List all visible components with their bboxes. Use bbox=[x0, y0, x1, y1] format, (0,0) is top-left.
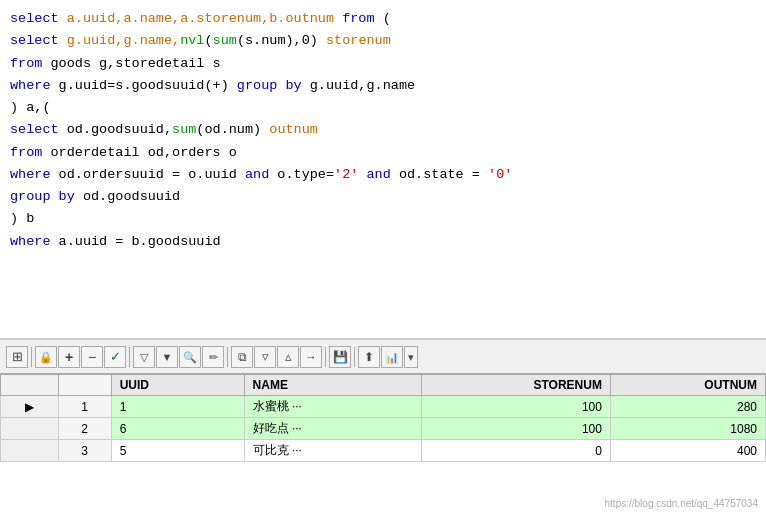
col-outnum-header: OUTNUM bbox=[610, 375, 765, 396]
cell-name: 好吃点 ··· bbox=[244, 418, 421, 440]
row-indicator bbox=[1, 440, 59, 462]
sep-1 bbox=[31, 347, 32, 367]
save-icon bbox=[333, 350, 348, 364]
code-line: from goods g,storedetail s bbox=[10, 53, 756, 75]
cell-storenum: 100 bbox=[421, 396, 610, 418]
arrow-right-icon bbox=[305, 350, 317, 364]
chart-more-button[interactable] bbox=[404, 346, 418, 368]
minus-icon bbox=[88, 349, 96, 365]
import-icon bbox=[364, 350, 374, 364]
table-row[interactable]: 26好吃点 ···1001080 bbox=[1, 418, 766, 440]
row-number: 3 bbox=[58, 440, 111, 462]
nav-down-button[interactable] bbox=[254, 346, 276, 368]
sep-2 bbox=[129, 347, 130, 367]
code-line: select a.uuid,a.name,a.storenum,b.outnum… bbox=[10, 8, 756, 30]
code-line: where a.uuid = b.goodsuuid bbox=[10, 231, 756, 253]
remove-button[interactable] bbox=[81, 346, 103, 368]
cell-outnum: 280 bbox=[610, 396, 765, 418]
tri-up-icon bbox=[285, 349, 292, 364]
row-indicator bbox=[1, 418, 59, 440]
grid-icon bbox=[12, 349, 23, 364]
check-icon bbox=[110, 349, 121, 364]
code-line: where g.uuid=s.goodsuuid(+) group by g.u… bbox=[10, 75, 756, 97]
col-uuid-header: UUID bbox=[111, 375, 244, 396]
tri-down-icon bbox=[262, 349, 269, 364]
search-icon bbox=[183, 350, 197, 364]
cell-uuid: 1 bbox=[111, 396, 244, 418]
results-table: UUID NAME STORENUM OUTNUM ▶11水蜜桃 ···1002… bbox=[0, 374, 766, 462]
col-indicator bbox=[1, 375, 59, 396]
chart-button[interactable] bbox=[381, 346, 403, 368]
sort-up-icon bbox=[162, 350, 173, 364]
table-header-row: UUID NAME STORENUM OUTNUM bbox=[1, 375, 766, 396]
code-line: ) a,( bbox=[10, 97, 756, 119]
cell-storenum: 100 bbox=[421, 418, 610, 440]
table-row[interactable]: ▶11水蜜桃 ···100280 bbox=[1, 396, 766, 418]
edit-button[interactable] bbox=[202, 346, 224, 368]
cell-outnum: 400 bbox=[610, 440, 765, 462]
cell-storenum: 0 bbox=[421, 440, 610, 462]
toolbar bbox=[0, 340, 766, 374]
cell-name: 水蜜桃 ··· bbox=[244, 396, 421, 418]
nav-up-button[interactable] bbox=[277, 346, 299, 368]
sep-4 bbox=[325, 347, 326, 367]
results-area: UUID NAME STORENUM OUTNUM ▶11水蜜桃 ···1002… bbox=[0, 374, 766, 513]
sort-down-icon bbox=[140, 350, 148, 364]
code-line: where od.ordersuuid = o.uuid and o.type=… bbox=[10, 164, 756, 186]
pencil-icon bbox=[209, 350, 218, 364]
col-name-header: NAME bbox=[244, 375, 421, 396]
cell-uuid: 5 bbox=[111, 440, 244, 462]
code-line: select od.goodsuuid,sum(od.num) outnum bbox=[10, 119, 756, 141]
code-line: from orderdetail od,orders o bbox=[10, 142, 756, 164]
col-storenum-header: STORENUM bbox=[421, 375, 610, 396]
sep-3 bbox=[227, 347, 228, 367]
search-button[interactable] bbox=[179, 346, 201, 368]
copy-button[interactable] bbox=[231, 346, 253, 368]
col-row-num bbox=[58, 375, 111, 396]
lock-icon bbox=[39, 350, 53, 364]
chart-icon bbox=[385, 350, 399, 364]
row-indicator: ▶ bbox=[1, 396, 59, 418]
cell-name: 可比克 ··· bbox=[244, 440, 421, 462]
copy-icon bbox=[238, 350, 247, 364]
save-button[interactable] bbox=[329, 346, 351, 368]
row-number: 2 bbox=[58, 418, 111, 440]
cell-outnum: 1080 bbox=[610, 418, 765, 440]
sort-down-button[interactable] bbox=[133, 346, 155, 368]
chart-more-icon bbox=[408, 350, 414, 364]
import-button[interactable] bbox=[358, 346, 380, 368]
toolbar-group-left bbox=[6, 346, 418, 368]
table-row[interactable]: 35可比克 ···0400 bbox=[1, 440, 766, 462]
sep-5 bbox=[354, 347, 355, 367]
code-line: select g.uuid,g.name,nvl(sum(s.num),0) s… bbox=[10, 30, 756, 52]
sort-up-button[interactable] bbox=[156, 346, 178, 368]
plus-icon bbox=[65, 349, 73, 365]
watermark: https://blog.csdn.net/qq_44757034 bbox=[605, 498, 758, 509]
confirm-button[interactable] bbox=[104, 346, 126, 368]
grid-button[interactable] bbox=[6, 346, 28, 368]
row-number: 1 bbox=[58, 396, 111, 418]
code-line: ) b bbox=[10, 208, 756, 230]
cell-uuid: 6 bbox=[111, 418, 244, 440]
code-line: group by od.goodsuuid bbox=[10, 186, 756, 208]
goto-button[interactable] bbox=[300, 346, 322, 368]
code-block: select a.uuid,a.name,a.storenum,b.outnum… bbox=[10, 8, 756, 253]
lock-button[interactable] bbox=[35, 346, 57, 368]
add-button[interactable] bbox=[58, 346, 80, 368]
sql-editor[interactable]: select a.uuid,a.name,a.storenum,b.outnum… bbox=[0, 0, 766, 340]
results-tbody: ▶11水蜜桃 ···10028026好吃点 ···100108035可比克 ··… bbox=[1, 396, 766, 462]
